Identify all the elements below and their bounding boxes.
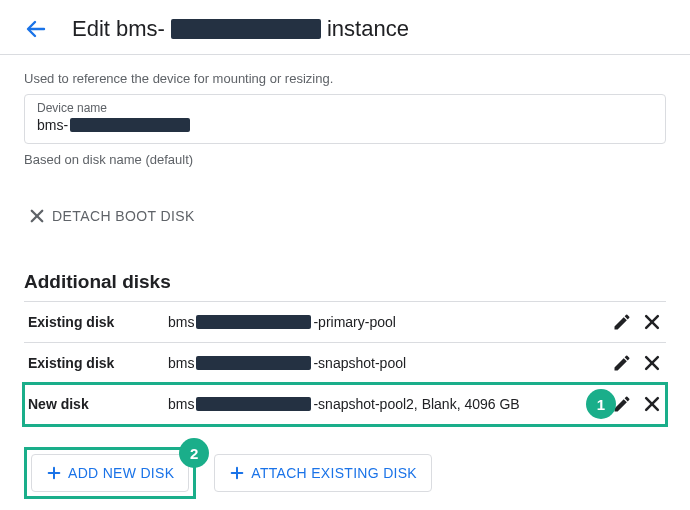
detach-boot-disk-button[interactable]: DETACH BOOT DISK [24, 199, 199, 233]
add-new-disk-button[interactable]: ADD NEW DISK [31, 454, 189, 492]
disks-table: Existing disk bms -primary-pool Existing… [24, 301, 666, 425]
disk-desc-cell: bms -primary-pool [164, 302, 598, 343]
close-icon [28, 207, 46, 225]
redacted-text [70, 118, 190, 132]
plus-icon [46, 465, 62, 481]
plus-icon [229, 465, 245, 481]
table-row: New disk bms -snapshot-pool2, Blank, 409… [24, 384, 666, 425]
remove-icon[interactable] [642, 394, 662, 414]
redacted-text [196, 356, 311, 370]
page-title: Edit bms- instance [72, 16, 409, 42]
callout-badge-2: 2 [179, 438, 209, 468]
remove-icon[interactable] [642, 353, 662, 373]
disk-desc-cell: bms -snapshot-pool2, Blank, 4096 GB [164, 384, 598, 425]
device-name-value: bms- [37, 117, 653, 133]
disk-type-cell: Existing disk [24, 302, 164, 343]
table-row: Existing disk bms -snapshot-pool [24, 343, 666, 384]
device-name-subtext: Based on disk name (default) [24, 152, 666, 167]
redacted-text [171, 19, 321, 39]
callout-badge-1: 1 [586, 389, 616, 419]
disk-type-cell: New disk [24, 384, 164, 425]
attach-existing-disk-button[interactable]: ATTACH EXISTING DISK [214, 454, 432, 492]
disk-desc-cell: bms -snapshot-pool [164, 343, 598, 384]
additional-disks-heading: Additional disks [24, 271, 666, 293]
table-row: Existing disk bms -primary-pool [24, 302, 666, 343]
callout-wrap-2: ADD NEW DISK 2 [24, 447, 196, 499]
edit-icon[interactable] [612, 312, 632, 332]
redacted-text [196, 315, 311, 329]
disk-type-cell: Existing disk [24, 343, 164, 384]
back-arrow-icon[interactable] [24, 17, 48, 41]
device-name-field[interactable]: Device name bms- [24, 94, 666, 144]
redacted-text [196, 397, 311, 411]
device-name-label: Device name [37, 101, 653, 115]
edit-icon[interactable] [612, 353, 632, 373]
remove-icon[interactable] [642, 312, 662, 332]
device-hint: Used to reference the device for mountin… [24, 71, 666, 86]
